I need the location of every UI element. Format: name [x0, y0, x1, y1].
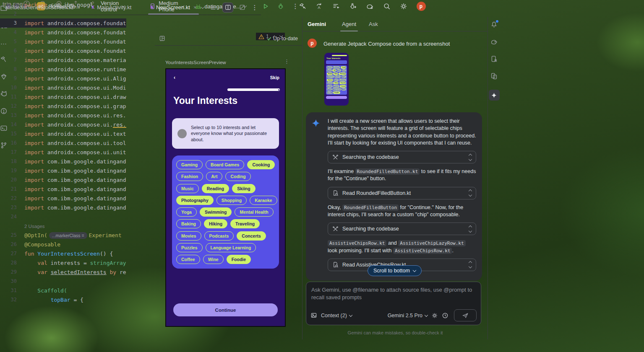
gradle-sync-icon[interactable] [366, 3, 374, 10]
interest-chip: Reading [327, 72, 333, 75]
code-line: 26@Composable [0, 240, 126, 249]
preview-phone-canvas[interactable]: ‹ Skip Your Interests Select up to 10 in… [165, 68, 286, 327]
gradle-tool-icon[interactable] [490, 38, 498, 45]
interest-chip-row: MusicReadingSkiing [176, 184, 275, 193]
code-line: 28 val interests = stringArray [0, 258, 126, 267]
interest-chip: Music [176, 184, 199, 193]
context-dropdown[interactable]: Context (2) [321, 313, 352, 318]
profiler-icon[interactable] [349, 3, 357, 10]
tab-label: NewScreen.kt [156, 4, 190, 10]
more-icon[interactable]: ⋮ [292, 3, 299, 10]
build-icon[interactable] [299, 3, 306, 10]
code-line: 18import com.ibm.google.datingand [0, 157, 126, 166]
gemini-input-box[interactable]: Ask Gemini, use @filename to attach sour… [306, 282, 481, 325]
preview-layout-icon[interactable] [159, 35, 166, 42]
interest-chip-row: BakingHikingTraveling [327, 82, 346, 84]
interest-chip: Concerts [340, 85, 346, 88]
interest-chip-row: MoviesPodcastsConcerts [327, 85, 346, 88]
close-tab-icon[interactable]: × [193, 4, 197, 10]
gemini-input-placeholder: Ask Gemini, use @filename to attach sour… [311, 286, 476, 301]
interest-chip: Shopping [327, 75, 334, 78]
code-line: 17import androidx.compose.ui.unit [0, 148, 126, 157]
right-tool-rail [488, 17, 500, 339]
interest-chip: Board Games [333, 66, 340, 69]
preview-name[interactable]: YourInterestsScreenPreview [165, 60, 226, 65]
todo-list-icon[interactable] [332, 3, 340, 10]
interest-chip: Movies [327, 85, 332, 88]
code-line: 6import androidx.compose.foundat [0, 46, 126, 55]
preview-file-icon[interactable] [239, 4, 245, 10]
interest-chip: Swimming [327, 79, 333, 81]
interest-chip: Concerts [237, 231, 266, 241]
user-avatar[interactable]: p [417, 2, 426, 11]
scroll-to-bottom-label: Scroll to bottom [373, 268, 410, 274]
step-read-roundedfilledbutton[interactable]: Read RoundedFilledButton.kt [328, 187, 476, 199]
interest-chip: Podcasts [333, 85, 339, 88]
interest-chip: Language Learning [206, 243, 256, 252]
screenshot-thumbnail[interactable]: Your Interests GamingBoard GamesCookingF… [324, 53, 349, 106]
interest-chip-row: FashionArtCoding [176, 172, 275, 181]
notifications-bell-icon[interactable] [490, 21, 498, 28]
tab-agent[interactable]: Agent [342, 17, 356, 31]
interest-chip: Fashion [176, 172, 203, 181]
step-label: Searching the codebase [342, 226, 399, 232]
history-clock-icon[interactable] [442, 312, 448, 319]
rename-refactor-icon[interactable]: A [315, 3, 323, 10]
send-button[interactable] [454, 309, 477, 321]
code-line: 30 [0, 277, 126, 286]
gemini-panel: Gemini Agent Ask p Generate Jetpack Comp… [302, 17, 488, 339]
code-line: 10import androidx.compose.ui.Modi [0, 83, 126, 92]
expand-collapse-icon [469, 261, 472, 268]
chevron-down-icon [413, 269, 416, 272]
interest-chip: Skiing [333, 72, 338, 75]
search-icon[interactable] [383, 3, 391, 10]
interest-chip: Karaoke [250, 196, 277, 205]
avatar: p [308, 39, 317, 48]
tab-newscreen[interactable]: KNewScreen.kt× [146, 0, 201, 15]
gemini-spark-icon [311, 119, 321, 128]
interest-chip: Coffee [176, 255, 200, 264]
structure-lines-icon[interactable] [210, 5, 216, 10]
interest-chip-row: ReadingSkiingPhotography [327, 72, 346, 75]
interest-chip-row: GamingBoard GamesCooking [327, 66, 346, 69]
code-line: 27fun YourInterestsScreen() { [0, 249, 126, 258]
preview-more-icon[interactable]: ⋮ [284, 58, 289, 65]
tab-list-chevron-icon[interactable] [201, 5, 204, 8]
tab-ask[interactable]: Ask [369, 17, 378, 31]
device-manager-icon[interactable] [490, 55, 498, 62]
step-searching-codebase[interactable]: Searching the codebase [328, 151, 476, 163]
interest-chip: Skiing [232, 184, 256, 193]
code-line: 3import androidx.compose.foundat [0, 18, 126, 28]
model-dropdown[interactable]: Gemini 2.5 Pro [388, 313, 428, 318]
interest-chip: Karaoke [334, 75, 341, 78]
code-editor[interactable]: 1package com.ibm.googl23import androidx.… [0, 0, 126, 304]
code-line: 22import com.ibm.google.datingand [0, 194, 126, 203]
debug-icon[interactable] [277, 3, 284, 10]
file-search-icon [332, 190, 339, 196]
code-line: 1package com.ibm.googl [0, 0, 126, 9]
gemini-tool-icon[interactable] [489, 90, 500, 101]
gemini-settings-icon[interactable] [431, 312, 438, 319]
code-line: 16import androidx.compose.ui.tool [0, 138, 126, 148]
interest-chip: Movies [176, 231, 201, 241]
settings-gear-icon[interactable] [400, 3, 407, 10]
more-icon[interactable]: ⋮ [251, 4, 258, 11]
step-searching-codebase[interactable]: Searching the codebase [328, 223, 476, 235]
run-icon[interactable] [262, 3, 269, 10]
interest-chip-row: ShoppingKaraokeYoga [327, 75, 346, 78]
attach-image-icon[interactable] [310, 312, 317, 318]
interest-chip: Coding [336, 69, 341, 72]
expand-collapse-icon [469, 226, 472, 232]
running-devices-icon[interactable] [490, 72, 498, 80]
interest-chip: Puzzles [176, 243, 203, 252]
code-line: 21import com.ibm.google.datingand [0, 184, 126, 194]
interest-chip-row: YogaSwimmingMental Health [176, 207, 275, 217]
code-line: 15import androidx.compose.ui.text [0, 129, 126, 138]
split-editor-icon[interactable] [222, 3, 233, 13]
scroll-to-bottom-button[interactable]: Scroll to bottom [368, 265, 422, 276]
interest-chip-row: WineFoodie [327, 91, 346, 94]
code-line: 13import androidx.compose.ui.res. [0, 111, 126, 120]
interest-chip: Fashion [327, 69, 332, 72]
interest-chip: Mental Health [339, 79, 346, 81]
code-line: 24 [0, 212, 126, 221]
